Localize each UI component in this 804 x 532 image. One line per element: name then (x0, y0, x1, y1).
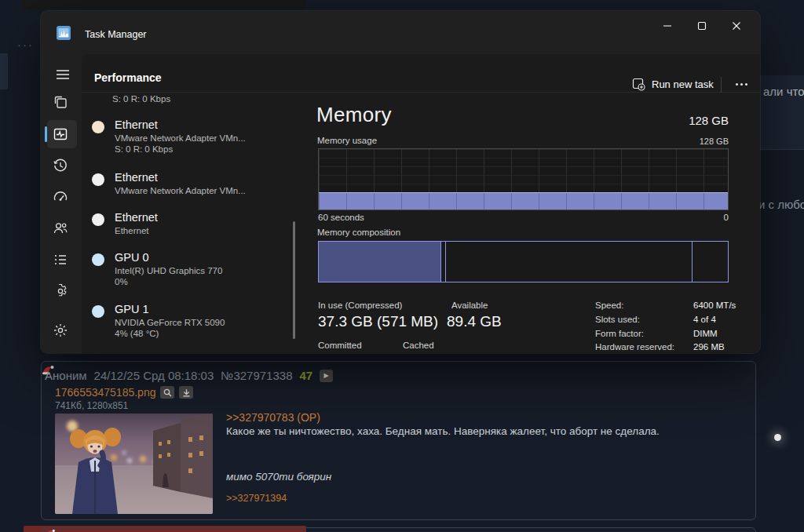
task-manager-window: Task Manager (41, 11, 760, 353)
post-file-row: 1766553475185.png (55, 386, 193, 399)
available-value: 89.4 GB (447, 313, 502, 330)
sidebar-item-details[interactable] (53, 252, 68, 268)
list-item-ethernet-1[interactable]: Ethernet (115, 118, 158, 131)
background-corner-dots: ··· (17, 38, 34, 51)
list-scrollbar[interactable] (293, 221, 295, 339)
memory-axis-zero: 0 (678, 213, 729, 222)
composition-in-use (319, 242, 441, 282)
post-file-info: 741Кб, 1280x851 (55, 400, 128, 411)
list-item-stat: 4% (48 °C) (115, 329, 159, 338)
speed-label: Speed: (595, 301, 623, 310)
background-left-accent (0, 53, 8, 89)
sidebar-item-services[interactable] (53, 283, 68, 299)
post-author: Аноним (45, 369, 87, 382)
available-label: Available (451, 301, 488, 310)
slots-used-value: 4 of 4 (693, 315, 716, 324)
post-quote-link[interactable]: >>327970783 (OP) (226, 411, 320, 424)
form-factor-value: DIMM (693, 329, 718, 338)
window-title: Task Manager (85, 29, 147, 40)
selected-nav-accent-bar (45, 126, 47, 142)
slots-used-label: Slots used: (595, 315, 640, 324)
new-task-icon (632, 78, 645, 91)
gpu-mini-graph (92, 253, 104, 266)
task-manager-app-icon (57, 26, 71, 40)
composition-free (693, 242, 728, 282)
post-header: Аноним 24/12/25 Срд 08:18:03 №327971338 … (45, 369, 333, 382)
download-button[interactable] (179, 386, 193, 399)
sidebar-item-processes[interactable] (53, 94, 68, 110)
zoom-search-button[interactable] (160, 386, 174, 399)
hardware-reserved-label: Hardware reserved: (595, 342, 674, 352)
memory-composition-label: Memory composition (317, 228, 400, 237)
list-item-stat: S: 0 R: 0 Kbps (115, 144, 173, 154)
window-controls (650, 14, 754, 38)
hamburger-icon (56, 69, 70, 80)
ethernet-mini-graph (92, 173, 104, 186)
list-item-subtitle: Intel(R) UHD Graphics 770 (115, 266, 222, 275)
list-overflow-stat: S: 0 R: 0 Kbps (112, 94, 170, 104)
cached-label: Cached (403, 341, 434, 350)
post-expand-button[interactable]: ▶ (320, 370, 333, 382)
nav-menu-toggle[interactable] (53, 65, 72, 84)
divider (721, 77, 722, 93)
list-item-subtitle: VMware Network Adapter VMn... (115, 133, 246, 143)
memory-title: Memory (316, 103, 392, 127)
memory-graph-fill (319, 192, 728, 210)
composition-standby (446, 242, 693, 282)
list-item-ethernet-2[interactable]: Ethernet (115, 171, 158, 184)
post-filename-link[interactable]: 1766553475185.png (55, 386, 155, 399)
speed-value: 6400 MT/s (693, 301, 736, 310)
post-number[interactable]: №327971338 (221, 369, 292, 382)
maximize-icon (697, 21, 707, 31)
scroll-indicator-dot[interactable] (774, 434, 781, 441)
sidebar-item-startup-apps[interactable] (53, 189, 68, 205)
run-new-task-label: Run new task (652, 78, 714, 90)
maximize-button[interactable] (685, 14, 719, 38)
close-button[interactable] (719, 14, 754, 38)
sidebar-item-users[interactable] (53, 220, 68, 236)
ethernet-mini-graph (92, 213, 104, 226)
post-signature-text: мимо 5070ти боярин (226, 471, 331, 483)
page-title: Performance (94, 71, 162, 84)
minimize-icon (663, 21, 672, 31)
memory-axis-max: 128 GB (644, 137, 729, 146)
list-item-gpu0[interactable]: GPU 0 (115, 251, 149, 264)
magnifier-icon (163, 388, 172, 397)
content-panel: Performance Run new task S: 0 R: 0 Kbps … (82, 54, 760, 353)
memory-composition-bar (318, 241, 729, 282)
ethernet-mini-graph (92, 121, 104, 133)
list-item-subtitle: NVIDIA GeForce RTX 5090 (115, 318, 225, 327)
hardware-reserved-value: 296 MB (693, 342, 725, 352)
in-use-label: In use (Compressed) (318, 301, 402, 310)
memory-axis-time: 60 seconds (318, 213, 364, 222)
post-datetime: 24/12/25 Срд 08:18:03 (94, 369, 214, 382)
list-item-subtitle: VMware Network Adapter VMn... (115, 186, 246, 195)
background-text-fragment-top: али что (763, 85, 804, 98)
sidebar-item-settings[interactable] (53, 322, 68, 338)
post-body-text: Какое же ты ничтожество, хаха. Бедная ма… (226, 425, 729, 438)
post-thumbnail-image[interactable] (55, 414, 213, 514)
post-reply-count: 47 (299, 369, 312, 382)
minimize-button[interactable] (650, 14, 685, 38)
divider (760, 149, 804, 150)
background-window-top-strip (22, 0, 306, 9)
in-use-value: 37.3 GB (571 MB) (318, 313, 438, 330)
list-item-ethernet-3[interactable]: Ethernet (115, 211, 158, 224)
close-icon (732, 21, 741, 31)
post-reply-link[interactable]: >>327971394 (226, 493, 287, 504)
sidebar-item-app-history[interactable] (53, 158, 68, 173)
screen: ··· али что и с любо Аноним 24/12/25 Срд… (0, 0, 804, 532)
download-icon (182, 388, 191, 397)
form-factor-label: Form factor: (595, 329, 644, 338)
memory-usage-label: Memory usage (317, 136, 377, 145)
list-item-gpu1[interactable]: GPU 1 (115, 303, 149, 315)
background-text-fragment-mid: и с любо (758, 198, 804, 211)
sidebar-item-performance[interactable] (53, 126, 68, 142)
memory-capacity: 128 GB (644, 114, 729, 127)
santa-hat-icon (45, 529, 56, 532)
divider (82, 92, 760, 93)
list-item-subtitle: Ethernet (115, 226, 148, 235)
next-post-container (41, 527, 756, 532)
gpu-mini-graph (92, 305, 104, 318)
committed-label: Committed (318, 341, 362, 350)
